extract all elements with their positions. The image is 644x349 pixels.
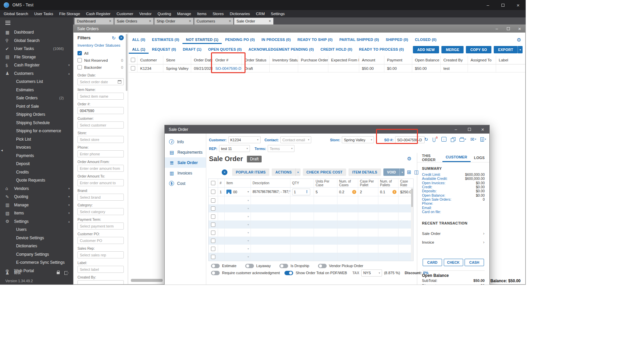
popular-items-button[interactable]: POPULAR ITEMS <box>232 168 269 176</box>
refresh-icon[interactable] <box>424 137 428 142</box>
select-all-checkbox[interactable] <box>211 181 215 185</box>
print-button[interactable]: ▾ <box>460 137 466 142</box>
status-sub-tab[interactable]: ACKNOWLEDGEMENT PENDING (0) <box>245 46 317 54</box>
column-header[interactable]: Inventory Status <box>270 56 298 64</box>
action-button[interactable]: ADD NEW <box>413 46 439 53</box>
menu-item[interactable]: Stores <box>210 10 227 17</box>
filter-field-input[interactable]: 0047590 <box>77 107 124 114</box>
close-button[interactable] <box>476 125 489 134</box>
row-checkbox[interactable] <box>211 222 215 227</box>
toggle-switch[interactable] <box>318 264 327 268</box>
empty-item-row[interactable] <box>209 245 413 253</box>
status-sub-tab[interactable]: ALL (1) <box>129 46 149 54</box>
column-header[interactable]: Units Per Case <box>314 179 337 187</box>
checkbox[interactable] <box>77 51 82 55</box>
status-tab[interactable]: PARTIAL SHIPPED (0) <box>336 36 382 44</box>
empty-item-row[interactable] <box>209 229 413 237</box>
status-tab[interactable]: PENDING PO (0) <box>222 36 258 44</box>
item-details-button[interactable]: ITEM DETAILS <box>348 168 381 176</box>
filter-field-input[interactable]: Enter order amount from <box>77 165 124 172</box>
sidebar-item[interactable]: Company Settings <box>0 250 73 259</box>
maximize-button[interactable] <box>495 0 511 10</box>
column-header[interactable]: Open Balance <box>412 56 441 64</box>
status-tab[interactable]: ALL (0) <box>129 36 149 44</box>
copy-icon[interactable] <box>451 137 455 142</box>
filter-field-input[interactable]: Select order date <box>77 78 124 85</box>
empty-item-row[interactable] <box>209 204 413 212</box>
grid-settings-gear-icon[interactable] <box>517 38 521 43</box>
filter-field-input[interactable]: Enter phone <box>77 150 124 157</box>
row-checkbox[interactable] <box>211 239 215 243</box>
chevron-down-icon[interactable]: ▾ <box>248 190 249 193</box>
column-header[interactable]: Order Date <box>191 56 213 64</box>
order-number-link[interactable]: SO-0047590-D <box>213 64 242 72</box>
clear-filters-icon[interactable] <box>119 35 124 40</box>
recent-transaction-row[interactable]: Sale Order <box>422 229 485 238</box>
toggle-switch[interactable] <box>211 264 220 268</box>
empty-item-row[interactable] <box>209 212 413 220</box>
modal-nav-item[interactable]: Invoices <box>165 168 206 178</box>
item-dropdown-cell[interactable] <box>225 212 251 220</box>
sidebar-item[interactable]: Customers List <box>0 78 73 86</box>
grid-columns-icon[interactable] <box>414 169 419 175</box>
menu-item[interactable]: Vendor <box>136 10 154 17</box>
download-icon[interactable] <box>441 137 446 142</box>
order-settings-gear-icon[interactable] <box>407 156 412 161</box>
filter-field-input[interactable]: Select store <box>77 136 124 143</box>
sidebar-item[interactable]: ✎ Quoting ▾ <box>0 193 73 201</box>
status-sub-tab[interactable]: READY TO PROCESS (0) <box>356 46 407 54</box>
so-number-field[interactable]: SO-0047590-D <box>395 136 425 143</box>
item-dropdown-cell[interactable] <box>225 245 251 253</box>
sidebar-item[interactable]: Deposit <box>0 160 73 168</box>
status-tab[interactable]: SHIPPED (0) <box>382 36 412 44</box>
column-header[interactable]: Description <box>251 179 290 187</box>
summary-tab[interactable]: THIS ORDER <box>419 153 442 162</box>
calendar-icon[interactable] <box>118 80 121 84</box>
item-row[interactable]: 1 00▾ 85767867867867; - 787; 1 5 0.2 2 0… <box>209 188 413 196</box>
document-tab[interactable]: Sale Order <box>234 18 273 24</box>
recent-transaction-row[interactable]: Invoice <box>422 238 485 247</box>
row-checkbox[interactable] <box>211 214 215 219</box>
filters-scrollbar[interactable] <box>126 34 127 91</box>
column-header[interactable]: Order # <box>213 56 242 64</box>
filter-field-input[interactable]: Select customer <box>77 121 124 129</box>
restore-button[interactable] <box>502 25 514 33</box>
sidebar-item[interactable]: Shipping Schedule <box>0 119 73 127</box>
checkbox[interactable] <box>77 58 82 62</box>
terms-select[interactable]: Terms▾ <box>268 145 294 152</box>
column-header[interactable]: Order Status <box>242 56 270 64</box>
order-row[interactable]: K1234 Spring Valley 09/21/2021 SO-004759… <box>129 64 525 72</box>
menu-item[interactable]: Settings <box>268 10 288 17</box>
column-header[interactable]: Item <box>225 179 251 187</box>
sidebar-item[interactable]: Invoices <box>0 143 73 152</box>
status-sub-tab[interactable]: REQUEST (0) <box>149 46 179 54</box>
sidebar-item[interactable]: E-commerce Sync Settings <box>0 258 73 267</box>
status-sub-tab[interactable]: CREDIT HOLD (0) <box>317 46 356 54</box>
column-header[interactable]: Payment <box>384 56 412 64</box>
close-button[interactable] <box>511 0 526 10</box>
filter-field-input[interactable]: Enter order amount to <box>77 179 124 186</box>
sidebar-item[interactable]: ♟ Customers ▴ <box>0 69 73 78</box>
row-checkbox[interactable] <box>211 206 215 211</box>
action-button[interactable]: COPY SO <box>466 46 491 53</box>
sidebar-item[interactable]: Device Settings <box>0 234 73 242</box>
tax-select[interactable]: NYS▾ <box>361 269 382 277</box>
sidebar-item[interactable]: ▦ Dashboard <box>0 28 73 37</box>
customer-select[interactable]: K1234▾ <box>228 136 261 143</box>
sidebar-item[interactable]: ▧ Items ▾ <box>0 209 73 217</box>
tab-close-icon[interactable] <box>269 19 271 23</box>
modal-nav-item[interactable]: Cost <box>165 178 206 189</box>
empty-item-row[interactable] <box>209 237 413 245</box>
column-header[interactable]: Case Rate <box>398 179 413 187</box>
contact-select[interactable]: Contact email▾ <box>280 136 311 143</box>
sidebar-item[interactable]: Shipping for e-commerce <box>0 127 73 135</box>
document-tab[interactable]: Customers <box>194 18 233 24</box>
items-table-scrollbar[interactable] <box>411 188 413 260</box>
email-button[interactable]: ▾ <box>470 137 476 142</box>
item-dropdown-cell[interactable] <box>225 220 251 229</box>
select-all-checkbox[interactable] <box>131 58 135 62</box>
menu-item[interactable]: Quoting <box>155 10 174 17</box>
menu-item[interactable]: Items <box>194 10 210 17</box>
discount-value-link[interactable]: 0% <box>423 271 428 275</box>
menu-item[interactable]: Dictionaries <box>227 10 253 17</box>
